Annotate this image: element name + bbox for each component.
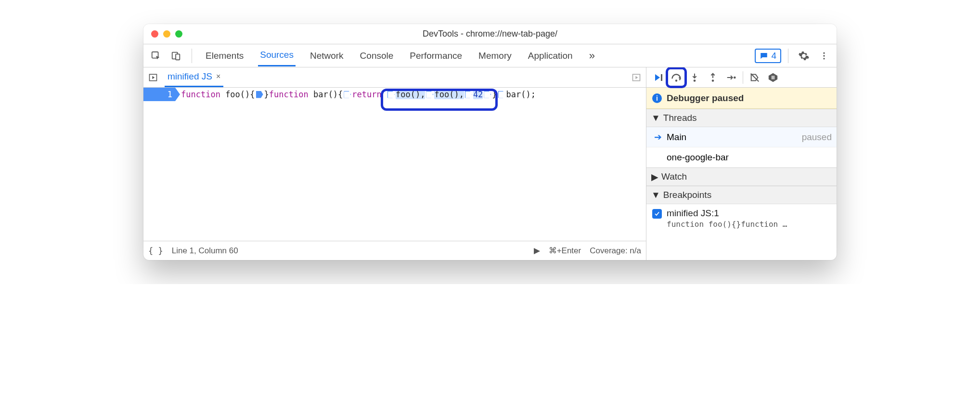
svg-point-4: [823, 55, 825, 56]
breakpoint-outline-icon[interactable]: [498, 91, 505, 98]
issues-button[interactable]: 4: [755, 49, 781, 63]
resume-button[interactable]: [649, 69, 667, 86]
svg-point-9: [675, 79, 677, 81]
thread-row[interactable]: ➔ Main paused: [646, 127, 837, 147]
breakpoint-outline-icon[interactable]: [465, 91, 472, 98]
svg-rect-2: [176, 54, 180, 60]
watch-title: Watch: [661, 171, 687, 182]
code-editor[interactable]: 1 function foo(){}function bar(){return …: [143, 88, 646, 241]
thread-name: Main: [667, 132, 686, 143]
debugger-paused-message: i Debugger paused: [646, 88, 837, 109]
close-file-icon[interactable]: ×: [216, 72, 220, 81]
main-toolbar: Elements Sources Network Console Perform…: [143, 44, 837, 67]
svg-rect-8: [661, 74, 662, 81]
breakpoint-outline-icon[interactable]: [426, 91, 433, 98]
svg-point-11: [712, 79, 714, 82]
panel-body: minified JS × 1 function foo(){}function…: [143, 67, 837, 260]
thread-name: one-google-bar: [667, 152, 729, 163]
tab-elements[interactable]: Elements: [204, 46, 245, 66]
step-button[interactable]: [722, 69, 740, 86]
file-tab-bar: minified JS ×: [143, 67, 646, 88]
step-into-button[interactable]: [686, 69, 703, 86]
tab-application[interactable]: Application: [526, 46, 575, 66]
separator: [788, 49, 788, 63]
breakpoint-checkbox[interactable]: [652, 209, 662, 219]
disclosure-down-icon: ▼: [651, 190, 660, 200]
svg-point-5: [823, 58, 825, 59]
thread-state: paused: [802, 132, 832, 143]
minimize-window-button[interactable]: [163, 30, 170, 38]
svg-point-12: [734, 76, 736, 78]
inspect-element-icon[interactable]: [147, 47, 165, 65]
separator: [743, 71, 743, 84]
breakpoints-section-header[interactable]: ▼ Breakpoints: [646, 186, 837, 204]
paused-label: Debugger paused: [667, 93, 744, 104]
svg-rect-13: [772, 76, 773, 79]
titlebar: DevTools - chrome://new-tab-page/: [143, 24, 837, 44]
debugger-toolbar: [646, 67, 837, 88]
run-snippet-icon[interactable]: [629, 70, 644, 85]
sources-editor-pane: minified JS × 1 function foo(){}function…: [143, 67, 646, 260]
zoom-window-button[interactable]: [175, 30, 182, 38]
info-icon: i: [652, 93, 662, 103]
status-bar: { } Line 1, Column 60 ▶ ⌘+Enter Coverage…: [143, 241, 646, 260]
breakpoint-outline-icon[interactable]: [484, 91, 491, 98]
separator: [192, 49, 192, 63]
step-over-button[interactable]: [668, 69, 685, 86]
deactivate-breakpoints-button[interactable]: [746, 69, 763, 86]
tab-network[interactable]: Network: [308, 46, 346, 66]
tab-sources[interactable]: Sources: [258, 45, 296, 66]
issues-count: 4: [771, 51, 776, 61]
more-tabs-button[interactable]: »: [587, 45, 597, 67]
svg-rect-14: [774, 76, 774, 79]
breakpoint-text: minified JS:1 function foo(){}function …: [667, 208, 787, 229]
gutter: 1: [143, 88, 175, 101]
panel-tabs: Elements Sources Network Console Perform…: [204, 45, 597, 67]
traffic-lights: [151, 30, 182, 38]
line-number[interactable]: 1: [143, 88, 175, 101]
step-out-button[interactable]: [704, 69, 722, 86]
code-line: function foo(){}function bar(){return fo…: [181, 88, 536, 101]
pause-on-exceptions-button[interactable]: [764, 69, 782, 86]
tab-performance[interactable]: Performance: [408, 46, 464, 66]
thread-row[interactable]: one-google-bar: [646, 147, 837, 168]
svg-point-3: [823, 52, 825, 53]
file-tab-name: minified JS: [168, 71, 212, 82]
current-thread-icon: ➔: [654, 131, 662, 143]
cursor-position: Line 1, Column 60: [172, 246, 238, 256]
breakpoints-title: Breakpoints: [663, 190, 711, 200]
threads-section-header[interactable]: ▼ Threads: [646, 109, 837, 127]
disclosure-down-icon: ▼: [651, 113, 660, 123]
svg-point-10: [694, 79, 696, 82]
more-menu-icon[interactable]: [815, 47, 833, 65]
tab-memory[interactable]: Memory: [477, 46, 514, 66]
tab-console[interactable]: Console: [358, 46, 396, 66]
navigator-toggle-icon[interactable]: [145, 70, 161, 85]
devtools-window: DevTools - chrome://new-tab-page/ Elemen…: [143, 24, 837, 260]
run-shortcut: ⌘+Enter: [549, 246, 581, 256]
coverage-status: Coverage: n/a: [590, 246, 641, 256]
breakpoint-row[interactable]: minified JS:1 function foo(){}function …: [646, 204, 837, 234]
breakpoint-outline-icon[interactable]: [344, 91, 351, 98]
file-tab[interactable]: minified JS ×: [165, 67, 223, 87]
settings-icon[interactable]: [795, 47, 812, 65]
close-window-button[interactable]: [151, 30, 158, 38]
pretty-print-button[interactable]: { }: [148, 246, 163, 256]
disclosure-right-icon: ▶: [651, 171, 658, 183]
debugger-pane: i Debugger paused ▼ Threads ➔ Main pause…: [646, 67, 837, 260]
window-title: DevTools - chrome://new-tab-page/: [143, 29, 837, 39]
breakpoint-location: minified JS:1: [667, 208, 787, 219]
threads-title: Threads: [663, 113, 697, 123]
watch-section-header[interactable]: ▶ Watch: [646, 168, 837, 186]
run-icon[interactable]: ▶: [534, 246, 540, 256]
breakpoint-outline-icon[interactable]: [387, 91, 395, 98]
breakpoint-source: function foo(){}function …: [667, 220, 787, 229]
breakpoint-marker-icon[interactable]: [256, 91, 263, 98]
device-toolbar-icon[interactable]: [168, 47, 185, 65]
